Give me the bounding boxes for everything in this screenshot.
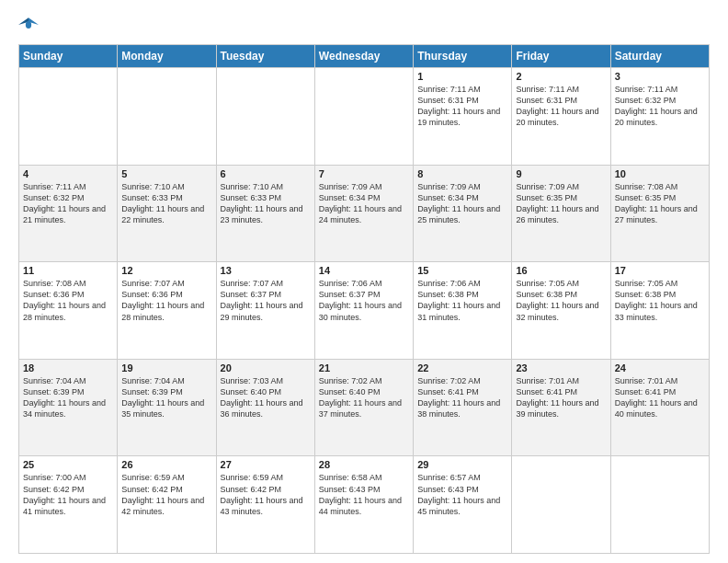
- day-info: Sunrise: 7:03 AM Sunset: 6:40 PM Dayligh…: [221, 375, 311, 420]
- day-number: 11: [23, 265, 113, 276]
- day-cell: 7Sunrise: 7:09 AM Sunset: 6:34 PM Daylig…: [314, 165, 413, 262]
- logo-bird-icon: [18, 15, 39, 35]
- day-number: 23: [516, 362, 606, 373]
- day-info: Sunrise: 7:11 AM Sunset: 6:31 PM Dayligh…: [516, 84, 606, 129]
- day-info: Sunrise: 7:08 AM Sunset: 6:36 PM Dayligh…: [23, 278, 113, 323]
- day-cell: 6Sunrise: 7:10 AM Sunset: 6:33 PM Daylig…: [216, 165, 314, 262]
- day-info: Sunrise: 7:07 AM Sunset: 6:36 PM Dayligh…: [121, 278, 211, 323]
- day-info: Sunrise: 7:04 AM Sunset: 6:39 PM Dayligh…: [121, 375, 211, 420]
- day-cell: 22Sunrise: 7:02 AM Sunset: 6:41 PM Dayli…: [414, 359, 512, 456]
- week-row-3: 11Sunrise: 7:08 AM Sunset: 6:36 PM Dayli…: [19, 262, 710, 360]
- day-cell: 16Sunrise: 7:05 AM Sunset: 6:38 PM Dayli…: [512, 262, 610, 360]
- week-row-1: 1Sunrise: 7:11 AM Sunset: 6:31 PM Daylig…: [19, 68, 710, 166]
- day-number: 7: [319, 168, 409, 179]
- day-number: 15: [417, 265, 507, 276]
- svg-point-2: [26, 21, 31, 29]
- day-cell: 19Sunrise: 7:04 AM Sunset: 6:39 PM Dayli…: [118, 359, 216, 456]
- week-row-2: 4Sunrise: 7:11 AM Sunset: 6:32 PM Daylig…: [19, 165, 710, 262]
- day-number: 14: [319, 265, 409, 276]
- day-number: 22: [417, 362, 507, 373]
- day-cell: 25Sunrise: 7:00 AM Sunset: 6:42 PM Dayli…: [19, 456, 118, 554]
- day-info: Sunrise: 7:06 AM Sunset: 6:38 PM Dayligh…: [417, 278, 507, 323]
- day-info: Sunrise: 7:06 AM Sunset: 6:37 PM Dayligh…: [319, 278, 409, 323]
- day-cell: 8Sunrise: 7:09 AM Sunset: 6:34 PM Daylig…: [414, 165, 512, 262]
- day-info: Sunrise: 7:11 AM Sunset: 6:31 PM Dayligh…: [417, 84, 507, 129]
- day-info: Sunrise: 7:11 AM Sunset: 6:32 PM Dayligh…: [615, 84, 705, 129]
- day-cell: 23Sunrise: 7:01 AM Sunset: 6:41 PM Dayli…: [512, 359, 610, 456]
- day-number: 10: [615, 168, 705, 179]
- day-info: Sunrise: 7:02 AM Sunset: 6:41 PM Dayligh…: [417, 375, 507, 420]
- day-info: Sunrise: 7:04 AM Sunset: 6:39 PM Dayligh…: [23, 375, 113, 420]
- day-info: Sunrise: 7:09 AM Sunset: 6:34 PM Dayligh…: [417, 181, 507, 226]
- page: SundayMondayTuesdayWednesdayThursdayFrid…: [0, 0, 728, 563]
- day-info: Sunrise: 7:05 AM Sunset: 6:38 PM Dayligh…: [615, 278, 705, 323]
- day-cell: 2Sunrise: 7:11 AM Sunset: 6:31 PM Daylig…: [512, 68, 610, 166]
- col-header-tuesday: Tuesday: [216, 45, 314, 68]
- logo: [18, 15, 42, 35]
- day-number: 9: [516, 168, 606, 179]
- day-info: Sunrise: 7:02 AM Sunset: 6:40 PM Dayligh…: [319, 375, 409, 420]
- day-cell: 14Sunrise: 7:06 AM Sunset: 6:37 PM Dayli…: [314, 262, 413, 360]
- day-cell: 9Sunrise: 7:09 AM Sunset: 6:35 PM Daylig…: [512, 165, 610, 262]
- day-cell: 29Sunrise: 6:57 AM Sunset: 6:43 PM Dayli…: [414, 456, 512, 554]
- day-cell: 11Sunrise: 7:08 AM Sunset: 6:36 PM Dayli…: [19, 262, 118, 360]
- day-number: 27: [221, 459, 311, 470]
- day-info: Sunrise: 7:01 AM Sunset: 6:41 PM Dayligh…: [615, 375, 705, 420]
- day-number: 5: [121, 168, 211, 179]
- day-cell: [610, 456, 709, 554]
- day-cell: [19, 68, 118, 166]
- day-number: 18: [23, 362, 113, 373]
- day-info: Sunrise: 6:58 AM Sunset: 6:43 PM Dayligh…: [319, 472, 409, 517]
- day-cell: 10Sunrise: 7:08 AM Sunset: 6:35 PM Dayli…: [610, 165, 709, 262]
- day-number: 29: [417, 459, 507, 470]
- day-number: 2: [516, 71, 606, 82]
- col-header-monday: Monday: [118, 45, 216, 68]
- col-header-friday: Friday: [512, 45, 610, 68]
- day-cell: 21Sunrise: 7:02 AM Sunset: 6:40 PM Dayli…: [314, 359, 413, 456]
- day-cell: 1Sunrise: 7:11 AM Sunset: 6:31 PM Daylig…: [414, 68, 512, 166]
- day-cell: [216, 68, 314, 166]
- day-info: Sunrise: 7:09 AM Sunset: 6:34 PM Dayligh…: [319, 181, 409, 226]
- day-cell: 18Sunrise: 7:04 AM Sunset: 6:39 PM Dayli…: [19, 359, 118, 456]
- day-info: Sunrise: 7:00 AM Sunset: 6:42 PM Dayligh…: [23, 472, 113, 517]
- day-number: 25: [23, 459, 113, 470]
- day-cell: [314, 68, 413, 166]
- week-row-5: 25Sunrise: 7:00 AM Sunset: 6:42 PM Dayli…: [19, 456, 710, 554]
- day-info: Sunrise: 6:59 AM Sunset: 6:42 PM Dayligh…: [221, 472, 311, 517]
- day-cell: 13Sunrise: 7:07 AM Sunset: 6:37 PM Dayli…: [216, 262, 314, 360]
- day-number: 3: [615, 71, 705, 82]
- day-cell: 15Sunrise: 7:06 AM Sunset: 6:38 PM Dayli…: [414, 262, 512, 360]
- day-number: 28: [319, 459, 409, 470]
- day-number: 19: [121, 362, 211, 373]
- day-number: 26: [121, 459, 211, 470]
- day-info: Sunrise: 7:01 AM Sunset: 6:41 PM Dayligh…: [516, 375, 606, 420]
- day-cell: 3Sunrise: 7:11 AM Sunset: 6:32 PM Daylig…: [610, 68, 709, 166]
- day-number: 16: [516, 265, 606, 276]
- day-info: Sunrise: 7:08 AM Sunset: 6:35 PM Dayligh…: [615, 181, 705, 226]
- day-number: 1: [417, 71, 507, 82]
- day-info: Sunrise: 7:10 AM Sunset: 6:33 PM Dayligh…: [221, 181, 311, 226]
- day-info: Sunrise: 7:05 AM Sunset: 6:38 PM Dayligh…: [516, 278, 606, 323]
- col-header-thursday: Thursday: [414, 45, 512, 68]
- day-info: Sunrise: 7:10 AM Sunset: 6:33 PM Dayligh…: [121, 181, 211, 226]
- col-header-sunday: Sunday: [19, 45, 118, 68]
- day-info: Sunrise: 7:11 AM Sunset: 6:32 PM Dayligh…: [23, 181, 113, 226]
- day-cell: 27Sunrise: 6:59 AM Sunset: 6:42 PM Dayli…: [216, 456, 314, 554]
- day-cell: 12Sunrise: 7:07 AM Sunset: 6:36 PM Dayli…: [118, 262, 216, 360]
- day-cell: [118, 68, 216, 166]
- day-number: 24: [615, 362, 705, 373]
- day-cell: 24Sunrise: 7:01 AM Sunset: 6:41 PM Dayli…: [610, 359, 709, 456]
- day-cell: 20Sunrise: 7:03 AM Sunset: 6:40 PM Dayli…: [216, 359, 314, 456]
- day-cell: 5Sunrise: 7:10 AM Sunset: 6:33 PM Daylig…: [118, 165, 216, 262]
- day-info: Sunrise: 6:59 AM Sunset: 6:42 PM Dayligh…: [121, 472, 211, 517]
- day-cell: [512, 456, 610, 554]
- day-number: 12: [121, 265, 211, 276]
- day-number: 21: [319, 362, 409, 373]
- day-number: 20: [221, 362, 311, 373]
- header-row: SundayMondayTuesdayWednesdayThursdayFrid…: [19, 45, 710, 68]
- day-number: 6: [221, 168, 311, 179]
- day-cell: 17Sunrise: 7:05 AM Sunset: 6:38 PM Dayli…: [610, 262, 709, 360]
- day-cell: 28Sunrise: 6:58 AM Sunset: 6:43 PM Dayli…: [314, 456, 413, 554]
- week-row-4: 18Sunrise: 7:04 AM Sunset: 6:39 PM Dayli…: [19, 359, 710, 456]
- day-number: 17: [615, 265, 705, 276]
